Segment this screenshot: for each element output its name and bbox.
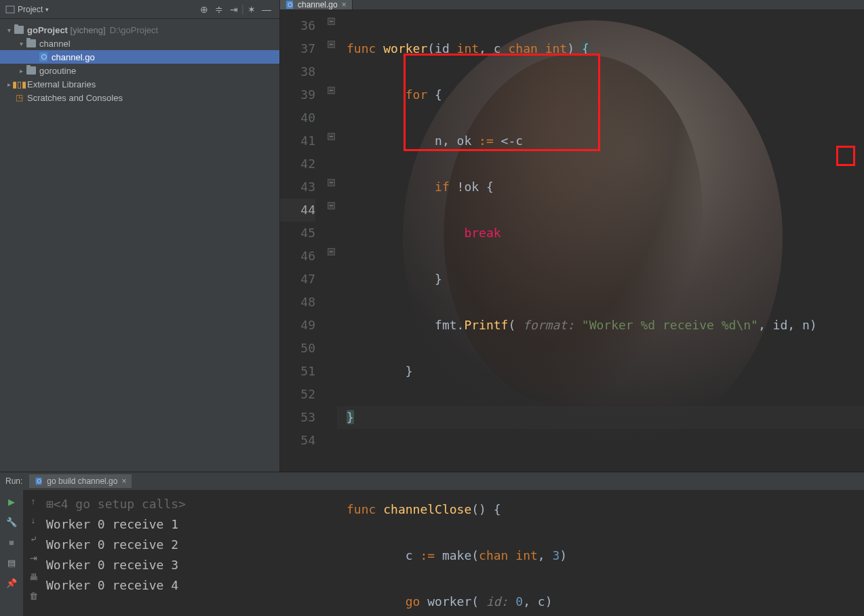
expand-all-icon[interactable]: ≑: [212, 2, 227, 17]
gutter: 36373839404142434445464748495051525354: [280, 10, 328, 616]
scroll-icon[interactable]: ⇥: [26, 551, 40, 564]
wrench-icon[interactable]: 🔧: [4, 514, 19, 529]
run-label: Run:: [5, 476, 22, 486]
tree-external-libraries[interactable]: ▸▮▯▮ External Libraries: [0, 77, 279, 91]
run-tab[interactable]: go build channel.go ×: [29, 474, 132, 488]
close-icon[interactable]: ×: [342, 0, 347, 9]
tree-folder-goroutine[interactable]: ▸ goroutine: [0, 64, 279, 77]
trash-icon[interactable]: 🗑: [26, 589, 40, 602]
down-icon[interactable]: ↓: [26, 513, 40, 527]
run-toolbar-left: ▶ 🔧 ■ ▤ 📌: [0, 490, 23, 616]
code-editor[interactable]: 36373839404142434445464748495051525354 −…: [280, 10, 864, 616]
softwrap-icon[interactable]: ⤶: [26, 532, 40, 546]
collapse-all-icon[interactable]: ⇥: [227, 2, 241, 17]
stop-icon[interactable]: ■: [4, 535, 19, 550]
editor-panel: channel.go × 363738394041424344454647484…: [280, 0, 864, 472]
tab-channel-go[interactable]: channel.go ×: [280, 0, 353, 9]
gear-icon[interactable]: ✶: [244, 2, 259, 17]
up-icon[interactable]: ↑: [26, 494, 40, 508]
project-sidebar: Project ▾ ⊕ ≑ ⇥ | ✶ — ▾ goProject [yiche…: [0, 0, 280, 472]
editor-tabbar: channel.go ×: [280, 0, 864, 10]
locate-icon[interactable]: ⊕: [197, 2, 212, 17]
hide-icon[interactable]: —: [259, 2, 274, 17]
code-content[interactable]: func worker(id int, c chan int) { for { …: [337, 10, 864, 616]
svg-rect-0: [6, 6, 14, 13]
layout-icon[interactable]: ▤: [4, 555, 19, 570]
close-icon[interactable]: ×: [121, 476, 126, 486]
tree-folder-channel[interactable]: ▾ channel: [0, 37, 279, 50]
pin-icon[interactable]: 📌: [4, 575, 19, 590]
tree-file-channel-go[interactable]: channel.go: [0, 50, 279, 64]
sidebar-header: Project ▾ ⊕ ≑ ⇥ | ✶ —: [0, 0, 279, 19]
run-icon[interactable]: ▶: [4, 494, 19, 509]
sidebar-title[interactable]: Project ▾: [5, 5, 49, 14]
project-tree[interactable]: ▾ goProject [yicheng] D:\goProject ▾ cha…: [0, 19, 279, 108]
tree-scratches[interactable]: ◳ Scratches and Consoles: [0, 91, 279, 104]
fold-strip[interactable]: − − − − − − −: [328, 10, 337, 616]
tree-project-root[interactable]: ▾ goProject [yicheng] D:\goProject: [0, 23, 279, 37]
print-icon[interactable]: 🖶: [26, 570, 40, 583]
run-toolbar-inner: ↑ ↓ ⤶ ⇥ 🖶 🗑: [23, 490, 43, 616]
